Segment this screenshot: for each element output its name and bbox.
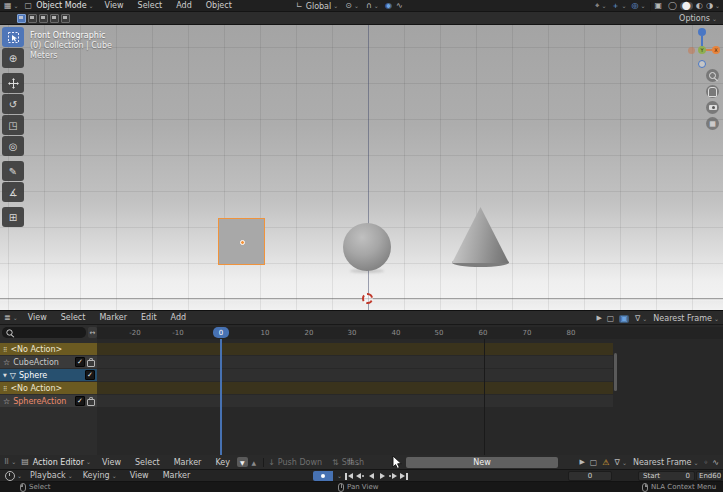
tool-transform[interactable]: ◎ (2, 136, 24, 156)
orientation-label[interactable]: Global (306, 2, 332, 11)
nla-menu-view[interactable]: View (21, 313, 54, 322)
nla-snap-label[interactable]: Nearest Frame (653, 314, 712, 323)
tool-measure[interactable]: ∡ (2, 182, 24, 202)
play-reverse-button[interactable] (366, 471, 376, 481)
nla-editor-type-dropdown[interactable]: ≣⌄ (0, 314, 18, 322)
box-select-icon[interactable]: ▢ (590, 459, 598, 467)
falloff-icon[interactable]: ∿ (396, 2, 403, 10)
xray-icon[interactable]: ▣ (655, 2, 663, 10)
tool-add-cube[interactable]: ⊞ (2, 207, 24, 227)
gizmo-z-neg[interactable] (698, 60, 706, 68)
gizmo-x-pos[interactable]: X (712, 46, 720, 54)
tool-rotate[interactable]: ↺ (2, 94, 24, 114)
filter-icon[interactable]: ∇ (615, 459, 620, 467)
tool-scale[interactable]: ◳ (2, 115, 24, 135)
tool-cursor[interactable]: ⊕ (2, 48, 24, 68)
tool-select-box[interactable] (2, 27, 24, 47)
pointer-icon[interactable]: ▶ (596, 315, 601, 322)
playhead-line[interactable] (220, 339, 222, 455)
sphere-object[interactable] (343, 223, 391, 271)
track-checkbox[interactable]: ✓ (85, 370, 95, 380)
cube-object-selected[interactable] (218, 218, 265, 265)
nla-strip-row[interactable] (97, 369, 613, 381)
tl-menu-view[interactable]: View (123, 471, 156, 480)
end-frame-field[interactable]: End 60 (696, 471, 722, 481)
sync-icon[interactable]: ▣ (619, 315, 629, 323)
proportional-edit-icon[interactable]: ◉ (385, 2, 392, 10)
nla-channel-sphere[interactable]: ▼ ▽ Sphere ✓ (0, 369, 97, 381)
nla-menu-add[interactable]: Add (164, 313, 194, 322)
nla-menu-select[interactable]: Select (54, 313, 93, 322)
nla-ruler[interactable]: -20 -10 10 20 30 40 50 60 70 80 (97, 327, 723, 339)
lock-icon[interactable] (87, 399, 95, 406)
editor-type-dropdown[interactable]: ▦⌄ (0, 2, 19, 10)
navigation-gizmo[interactable]: X Y (686, 28, 720, 74)
menu-object[interactable]: Object (199, 1, 239, 10)
cone-object[interactable] (452, 207, 509, 267)
select-mode-set-icon[interactable] (17, 14, 26, 23)
nla-tracks-area[interactable]: ↔ -20 -10 10 20 30 40 50 60 70 80 0 ⠿ <N… (0, 325, 723, 455)
overlays-icon[interactable]: ◎ (632, 2, 639, 10)
box-select-icon[interactable]: ▢ (607, 315, 615, 323)
pivot-icon[interactable]: ⊙ (345, 2, 352, 10)
interpolation-icon[interactable]: ∿ (712, 459, 719, 467)
track-checkbox[interactable]: ✓ (75, 396, 85, 406)
push-down-button[interactable]: ↓ Push Down (268, 458, 322, 467)
shading-solid-active[interactable]: ⬤ (680, 2, 693, 10)
play-button[interactable] (377, 471, 387, 481)
tl-menu-marker[interactable]: Marker (156, 471, 198, 480)
pan-button[interactable] (706, 85, 719, 98)
prev-keyframe-button[interactable] (355, 471, 365, 481)
nla-menu-edit[interactable]: Edit (134, 313, 164, 322)
act-snap-label[interactable]: Nearest Frame (633, 458, 692, 467)
act-menu-view[interactable]: View (95, 458, 128, 467)
gizmo-y-pos[interactable]: Y (698, 46, 706, 54)
menu-add[interactable]: Add (169, 1, 199, 10)
select-mode-extend-icon[interactable] (28, 14, 37, 23)
tool-annotate[interactable]: ✎ (2, 161, 24, 181)
shading-wireframe-icon[interactable]: ◯ (668, 2, 677, 10)
nla-channel-cubeaction[interactable]: ☆ CubeAction ✓ (0, 356, 97, 368)
filter-icon[interactable]: ∇ (635, 315, 640, 323)
menu-view[interactable]: View (98, 1, 131, 10)
nla-scrollbar[interactable] (614, 353, 617, 391)
act-menu-select[interactable]: Select (128, 458, 167, 467)
auto-key-button[interactable] (313, 471, 333, 481)
current-frame-field[interactable]: 0 (568, 471, 612, 481)
timeline-editor-type-dropdown[interactable]: ⌄ (0, 471, 22, 481)
track-checkbox[interactable]: ✓ (75, 357, 85, 367)
viewport-3d[interactable]: Front Orthographic (0) Collection | Cube… (0, 25, 723, 310)
pointer-icon[interactable]: ▶ (579, 459, 584, 466)
jump-to-start-button[interactable] (344, 471, 354, 481)
keying-dot-icon[interactable]: ◦ (704, 459, 709, 467)
nla-menu-marker[interactable]: Marker (92, 313, 134, 322)
select-mode-invert-icon[interactable] (50, 14, 59, 23)
visibility-icon[interactable]: ⌖ (595, 2, 600, 10)
nla-strip-row[interactable] (97, 382, 613, 394)
gizmo-z-pos[interactable] (698, 28, 706, 36)
action-editor-mode-dropdown[interactable]: ▤ Action Editor ⌄ (21, 458, 91, 467)
camera-view-button[interactable] (706, 101, 719, 114)
tool-move[interactable] (2, 73, 24, 93)
nla-strip-row[interactable] (97, 343, 613, 355)
nla-strip-row[interactable] (97, 356, 613, 368)
mode-dropdown[interactable]: ▢ Object Mode ⌄ (25, 1, 94, 10)
move-up-button[interactable]: ▲ (249, 457, 260, 467)
expand-icon[interactable]: ▼ (3, 372, 7, 378)
next-keyframe-button[interactable] (388, 471, 398, 481)
start-frame-field[interactable]: Start 0 (638, 471, 695, 481)
act-menu-key[interactable]: Key (208, 458, 237, 467)
nla-fit-button[interactable]: ↔ (88, 327, 97, 338)
shading-rendered-icon[interactable]: ◑ (706, 2, 713, 10)
nla-channel-no-action-cube[interactable]: ⠿ <No Action> (0, 343, 97, 355)
options-dropdown[interactable]: Options ⌄ (679, 12, 717, 25)
gizmo-x-neg[interactable] (688, 47, 695, 54)
playhead-handle[interactable]: 0 (213, 327, 229, 338)
gizmos-icon[interactable]: ＋ (611, 2, 619, 10)
nla-search-field[interactable] (2, 327, 86, 338)
nla-strip-row[interactable] (97, 395, 613, 407)
action-id-dropdown[interactable]: ⠿ ⌄ (348, 455, 360, 470)
keying-dropdown[interactable]: Keying ⌄ (83, 471, 117, 480)
ortho-toggle-button[interactable]: ▦ (706, 117, 719, 130)
nla-channel-sphereaction[interactable]: ☆ SphereAction ✓ (0, 395, 97, 407)
